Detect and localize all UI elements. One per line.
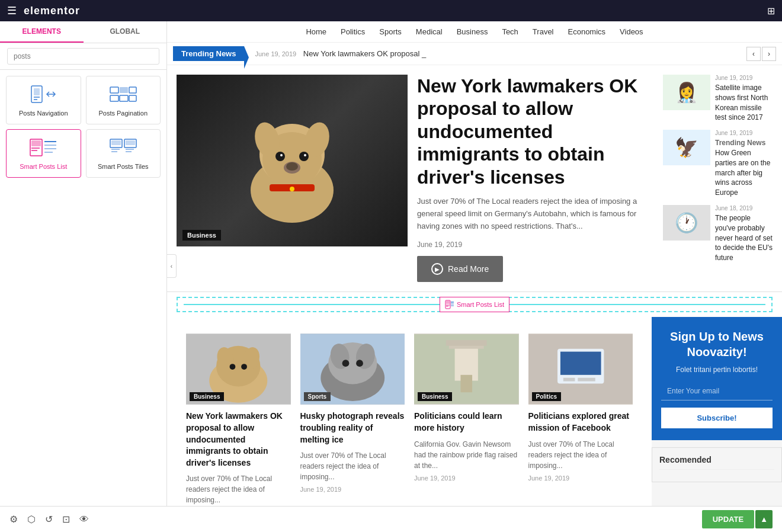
nav-politics[interactable]: Politics	[341, 27, 365, 36]
svg-point-53	[241, 364, 247, 370]
widget-posts-navigation[interactable]: Posts Navigation	[6, 76, 81, 124]
widget-posts-pagination-label: Posts Pagination	[98, 110, 148, 117]
main-post-image: Business	[177, 75, 408, 246]
svg-point-52	[230, 364, 236, 370]
widget-posts-navigation-label: Posts Navigation	[19, 110, 68, 117]
nav-medical[interactable]: Medical	[416, 27, 443, 36]
trending-bar: Trending News June 19, 2019 New York law…	[167, 43, 782, 65]
settings-icon[interactable]: ⚙	[9, 514, 18, 525]
widget-posts-pagination[interactable]: Posts Pagination	[86, 76, 161, 124]
side-article-0-content: June 19, 2019 Satellite image shows firs…	[715, 75, 773, 123]
svg-point-32	[275, 152, 285, 161]
smart-posts-list-icon	[29, 137, 57, 158]
side-article-1-content: June 19, 2019 Trending News How Green pa…	[715, 130, 773, 198]
smart-posts-list-small-icon	[445, 300, 454, 309]
read-more-button[interactable]: ▶ Read More	[417, 256, 503, 282]
site-nav: Home Politics Sports Medical Business Te…	[167, 21, 782, 43]
side-article-0-title: Satellite image shows first North Korean…	[715, 83, 773, 123]
svg-point-35	[304, 154, 306, 156]
smart-posts-right-line	[475, 304, 765, 305]
tab-elements[interactable]: ELEMENTS	[0, 21, 84, 43]
bottom-post-0-title: New York lawmakers OK proposal to allow …	[186, 411, 291, 469]
bottom-post-0-excerpt: Just over 70% of The Local readers rejec…	[186, 473, 291, 505]
nav-travel[interactable]: Travel	[533, 27, 554, 36]
side-article-2-date: June 18, 2019	[715, 205, 773, 211]
bottom-posts-main: Business New York lawmakers OK proposal …	[167, 317, 652, 532]
svg-rect-68	[560, 352, 601, 375]
bottom-post-2-excerpt: California Gov. Gavin Newsom had the rai…	[414, 439, 519, 471]
widget-smart-posts-list-label: Smart Posts List	[20, 163, 67, 170]
main-post-category-badge: Business	[182, 230, 221, 241]
nav-business[interactable]: Business	[457, 27, 488, 36]
toolbar-right: UPDATE ▲	[702, 510, 773, 528]
bottom-area: Business New York lawmakers OK proposal …	[167, 317, 782, 532]
bottom-post-3-excerpt: Just over 70% of The Local readers rejec…	[528, 439, 633, 471]
sidebar-tabs: ELEMENTS GLOBAL	[0, 21, 166, 43]
main-post-content: New York lawmakers OK proposal to allow …	[417, 75, 653, 282]
update-arrow-button[interactable]: ▲	[755, 510, 773, 528]
widget-smart-posts-tiles[interactable]: Smart Posts Tiles	[86, 129, 161, 178]
side-article-2-title: The people you've probably never heard o…	[715, 213, 773, 263]
bottom-post-1-title: Husky photograph reveals troubling reali…	[300, 411, 405, 446]
bottom-post-2: Business Politicians could learn more hi…	[414, 334, 519, 516]
svg-rect-6	[110, 95, 118, 101]
svg-rect-63	[460, 375, 472, 392]
side-article-0[interactable]: 👩‍⚕️ June 19, 2019 Satellite image shows…	[663, 75, 773, 123]
hamburger-icon[interactable]: ☰	[7, 4, 17, 17]
signup-title: Sign Up to News Noovazity!	[661, 329, 773, 360]
trending-next-button[interactable]: ›	[762, 47, 776, 61]
eye-icon[interactable]: 👁	[79, 514, 89, 525]
svg-rect-8	[120, 95, 128, 101]
trending-badge: Trending News	[173, 46, 244, 61]
bottom-post-0-category: Business	[190, 392, 224, 401]
side-article-1-title: Trending News How Green parties are on t…	[715, 138, 773, 198]
smart-posts-tiles-icon	[109, 137, 137, 158]
nav-sports[interactable]: Sports	[379, 27, 402, 36]
content-area: Home Politics Sports Medical Business Te…	[167, 21, 782, 532]
side-article-1-image: 🦅	[663, 130, 710, 165]
nav-economics[interactable]: Economics	[568, 27, 606, 36]
bottom-post-0: Business New York lawmakers OK proposal …	[186, 334, 291, 516]
main-post-excerpt: Just over 70% of The Local readers rejec…	[417, 196, 653, 232]
svg-point-37	[286, 162, 298, 171]
bottom-post-1: Sports Husky photograph reveals troublin…	[300, 334, 405, 516]
main-post-area: Business New York lawmakers OK proposal …	[167, 65, 782, 291]
main-post-image-inner	[177, 75, 408, 246]
side-article-2[interactable]: 🕐 June 18, 2019 The people you've probab…	[663, 205, 773, 263]
bottom-post-3-date: June 19, 2019	[528, 475, 633, 482]
svg-rect-22	[126, 140, 135, 145]
preview-icon[interactable]: ⊡	[62, 514, 70, 525]
smart-posts-section: Smart Posts List	[167, 291, 782, 317]
sidebar: ELEMENTS GLOBAL	[0, 21, 167, 532]
read-more-arrow-icon: ▶	[431, 263, 443, 275]
signup-subtitle: Folet tritani pertin lobortis!	[661, 366, 773, 374]
svg-rect-41	[446, 301, 450, 304]
side-article-1[interactable]: 🦅 June 19, 2019 Trending News How Green …	[663, 130, 773, 198]
trending-prev-button[interactable]: ‹	[746, 47, 761, 61]
layers-icon[interactable]: ⬡	[27, 514, 36, 525]
bottom-post-3-title: Politicians explored great mission of Fa…	[528, 411, 633, 434]
widget-smart-posts-tiles-label: Smart Posts Tiles	[98, 163, 149, 170]
bottom-posts-grid: Business New York lawmakers OK proposal …	[177, 324, 642, 525]
smart-posts-widget-label: Smart Posts List	[440, 297, 509, 312]
trending-navigation: ‹ ›	[746, 47, 776, 61]
bottom-post-1-category: Sports	[304, 392, 331, 401]
bottom-post-1-excerpt: Just over 70% of The Local readers rejec…	[300, 450, 405, 482]
svg-rect-70	[578, 378, 595, 382]
tab-global[interactable]: GLOBAL	[84, 21, 167, 43]
search-input[interactable]	[7, 48, 159, 65]
update-button[interactable]: UPDATE	[702, 510, 754, 528]
nav-tech[interactable]: Tech	[502, 27, 518, 36]
collapse-sidebar-button[interactable]: ‹	[167, 254, 177, 278]
grid-icon[interactable]: ⊞	[767, 5, 775, 17]
signup-email-input[interactable]	[661, 382, 773, 400]
elementor-logo: elementor	[24, 5, 80, 17]
bottom-post-0-image: Business	[186, 334, 291, 405]
smart-posts-widget[interactable]: Smart Posts List	[177, 297, 773, 312]
nav-home[interactable]: Home	[306, 27, 326, 36]
widget-smart-posts-list[interactable]: Smart Posts List	[6, 129, 81, 178]
history-icon[interactable]: ↺	[45, 514, 53, 525]
nav-videos[interactable]: Videos	[620, 27, 643, 36]
bottom-post-2-title: Politicians could learn more history	[414, 411, 519, 434]
signup-subscribe-button[interactable]: Subscribe!	[661, 408, 773, 428]
